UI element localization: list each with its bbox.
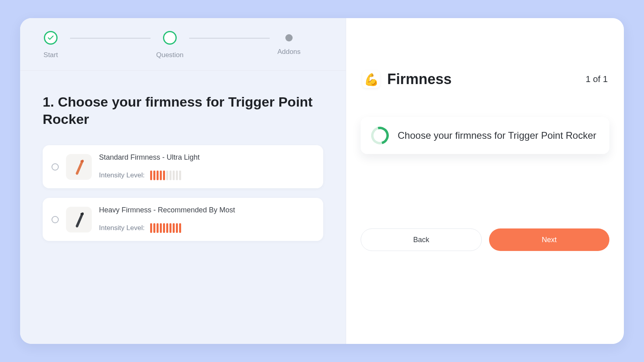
intensity-bar (160, 171, 162, 180)
intensity-bars (150, 223, 181, 233)
stepper-label: Addons (277, 48, 301, 56)
intensity-bar (166, 223, 168, 233)
intensity-bar (157, 223, 159, 233)
stepper-divider (189, 38, 270, 39)
intensity-bar (179, 223, 181, 233)
radio-unchecked-icon[interactable] (52, 216, 59, 223)
stepper-divider (70, 38, 151, 39)
actions-row: Back Next (361, 228, 609, 251)
wizard-card: Start Question Addons 1. Choose your fir… (20, 18, 624, 344)
option-text: Standard Firmness - Ultra Light Intensit… (99, 153, 314, 180)
intensity-row: Intensity Level: (99, 171, 314, 180)
right-header: 💪 Firmness 1 of 1 (361, 18, 609, 88)
intensity-label: Intensity Level: (99, 224, 144, 232)
option-standard-firmness[interactable]: Standard Firmness - Ultra Light Intensit… (43, 145, 323, 188)
intensity-bar (173, 223, 175, 233)
check-icon (44, 31, 58, 45)
section-title: Firmness (387, 71, 452, 88)
intensity-row: Intensity Level: (99, 223, 314, 233)
intensity-label: Intensity Level: (99, 171, 144, 179)
stepper-step-start[interactable]: Start (35, 31, 67, 59)
muscle-icon: 💪 (362, 70, 380, 88)
intensity-bar (157, 171, 159, 180)
question-body: 1. Choose your firmness for Trigger Poin… (20, 71, 346, 241)
next-button[interactable]: Next (489, 228, 609, 251)
intensity-bars (150, 171, 181, 180)
intensity-bar (179, 171, 181, 180)
back-button[interactable]: Back (361, 228, 482, 251)
circle-icon (163, 31, 177, 45)
intensity-bar (153, 171, 155, 180)
intensity-bar (169, 171, 171, 180)
right-panel: 💪 Firmness 1 of 1 Choose your firmness f… (346, 18, 624, 344)
radio-unchecked-icon[interactable] (52, 163, 59, 171)
option-thumbnail (66, 154, 92, 180)
dot-icon (285, 34, 293, 41)
intensity-bar (150, 171, 152, 180)
intensity-bar (176, 223, 178, 233)
stepper-label: Question (156, 51, 184, 59)
progress-spinner-icon (368, 123, 392, 148)
option-thumbnail (66, 207, 92, 232)
intensity-bar (169, 223, 171, 233)
svg-point-1 (80, 213, 84, 215)
question-title: 1. Choose your firmness for Trigger Poin… (43, 93, 323, 128)
option-title: Heavy Firmness - Recommended By Most (99, 206, 314, 214)
stepper-label: Start (43, 51, 58, 59)
intensity-bar (176, 171, 178, 180)
intensity-bar (153, 223, 155, 233)
option-title: Standard Firmness - Ultra Light (99, 153, 314, 162)
intensity-bar (166, 171, 168, 180)
stepper-step-question[interactable]: Question (154, 31, 186, 59)
intensity-bar (163, 223, 165, 233)
svg-point-0 (80, 160, 84, 162)
step-counter: 1 of 1 (586, 74, 608, 84)
summary-text: Choose your firmness for Trigger Point R… (398, 129, 597, 142)
right-title-wrap: 💪 Firmness (362, 70, 452, 88)
intensity-bar (160, 223, 162, 233)
options-list: Standard Firmness - Ultra Light Intensit… (43, 145, 323, 241)
stepper: Start Question Addons (20, 18, 346, 71)
summary-card: Choose your firmness for Trigger Point R… (361, 117, 609, 154)
intensity-bar (173, 171, 175, 180)
stepper-step-addons[interactable]: Addons (273, 31, 305, 56)
left-panel: Start Question Addons 1. Choose your fir… (20, 18, 346, 344)
option-heavy-firmness[interactable]: Heavy Firmness - Recommended By Most Int… (43, 198, 323, 241)
intensity-bar (150, 223, 152, 233)
intensity-bar (163, 171, 165, 180)
option-text: Heavy Firmness - Recommended By Most Int… (99, 206, 314, 233)
